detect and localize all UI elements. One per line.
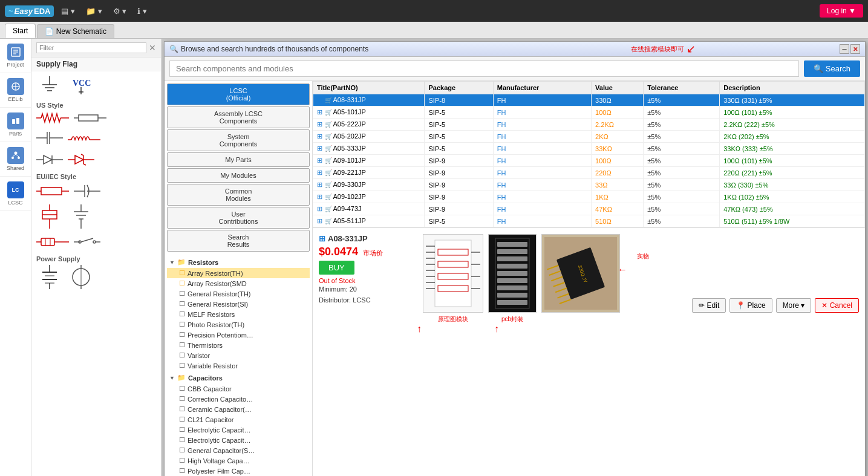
cat-group-capacitors-header[interactable]: ▼ 📁 Capacitors: [167, 372, 310, 383]
cart-icon[interactable]: 🛒: [325, 121, 332, 128]
table-row[interactable]: ⊞🛒A05-222JP SIP-5 FH 2.2KΩ ±5% 2.2KΩ (22…: [313, 119, 865, 131]
resistor-eu-symbol[interactable]: [36, 184, 69, 198]
battery-symbol[interactable]: [36, 265, 63, 289]
cat-item-general-resistor-th[interactable]: ☐ General Resistor(TH): [167, 289, 310, 299]
power-source-symbol[interactable]: [68, 265, 94, 289]
cart-icon[interactable]: 🛒: [325, 194, 332, 200]
pcb-preview[interactable]: [488, 234, 537, 313]
table-header: Title(PartNO) Package Manufacturer Value…: [313, 82, 865, 94]
table-row[interactable]: ⊞🛒A05-202JP SIP-5 FH 2KΩ ±5% 2KΩ (202) ±…: [313, 131, 865, 143]
app-logo[interactable]: ~EasyEDA: [5, 5, 54, 17]
table-row[interactable]: ⊞🛒A05-511JP SIP-5 FH 510Ω ±5% 510Ω (511)…: [313, 215, 865, 227]
diode-us-symbol[interactable]: [36, 151, 63, 168]
table-row[interactable]: ⊞🛒A09-473J SIP-9 FH 47KΩ ±5% 47KΩ (473) …: [313, 203, 865, 215]
cart-icon[interactable]: 🛒: [325, 157, 332, 164]
cart-icon[interactable]: 🛒: [325, 218, 332, 224]
cat-item-cbb[interactable]: ☐ CBB Capacitor: [167, 383, 310, 394]
filter-clear-icon[interactable]: ✕: [149, 43, 156, 53]
table-row[interactable]: ⊞🛒A09-330JP SIP-9 FH 33Ω ±5% 33Ω (330) ±…: [313, 179, 865, 191]
cancel-button[interactable]: ✕ Cancel: [815, 298, 859, 313]
cat-btn-system[interactable]: SystemComponents: [167, 129, 310, 151]
buy-button[interactable]: BUY: [319, 261, 354, 275]
capacitor-us-symbol[interactable]: [36, 129, 63, 146]
cat-btn-my-parts[interactable]: My Parts: [167, 152, 310, 167]
folder-menu-btn[interactable]: 📁 ▾: [82, 5, 106, 17]
part-icon: ⊞: [317, 96, 322, 103]
table-row[interactable]: ⊞🛒A05-101JP SIP-5 FH 100Ω ±5% 100Ω (101)…: [313, 106, 865, 119]
schematic-preview[interactable]: [423, 234, 483, 313]
table-row[interactable]: ⊞🛒A09-221JP SIP-9 FH 220Ω ±5% 220Ω (221)…: [313, 167, 865, 179]
cat-item-photo-resistor[interactable]: ☐ Photo Resistor(TH): [167, 319, 310, 330]
photo-preview[interactable]: 330Ω JΥ: [541, 234, 620, 313]
eu-component-2[interactable]: [68, 204, 94, 229]
cart-icon[interactable]: 🛒: [325, 206, 332, 212]
search-button[interactable]: 🔍 Search: [804, 60, 860, 77]
cat-item-cl21[interactable]: ☐ CL21 Capacitor: [167, 414, 310, 425]
cart-icon[interactable]: 🛒: [325, 181, 332, 188]
gnd-symbol[interactable]: [36, 75, 63, 97]
cat-btn-search-results[interactable]: SearchResults: [167, 230, 310, 252]
cat-item-electrolytic-1[interactable]: ☐ Electrolytic Capacit…: [167, 425, 310, 435]
capacitor-eu-symbol[interactable]: [74, 183, 100, 200]
cat-item-precision-pot[interactable]: ☐ Precision Potentiom…: [167, 330, 310, 340]
cat-item-general-cap[interactable]: ☐ General Capacitor(S…: [167, 445, 310, 455]
nav-project[interactable]: Project: [0, 39, 31, 73]
info-menu-btn[interactable]: ℹ ▾: [134, 5, 151, 17]
dialog-close-btn[interactable]: ✕: [850, 44, 860, 54]
table-row[interactable]: ⊞🛒A08-331JP SIP-8 FH 330Ω ±5% 330Ω (331)…: [313, 94, 865, 106]
cat-item-correction-cap[interactable]: ☐ Correction Capacito…: [167, 394, 310, 404]
cat-item-array-resistor-th[interactable]: ☐ Array Resistor(TH): [167, 268, 310, 278]
edit-button[interactable]: ✏ Edit: [692, 298, 726, 313]
login-button[interactable]: Log in ▼: [820, 4, 863, 18]
resistor-us-symbol[interactable]: [36, 111, 69, 125]
cat-btn-assembly[interactable]: Assembly LCSCComponents: [167, 106, 310, 128]
file-menu-btn[interactable]: ▤ ▾: [57, 5, 79, 17]
cart-icon[interactable]: 🛒: [325, 97, 332, 103]
settings-menu-btn[interactable]: ⚙ ▾: [109, 5, 131, 17]
cat-item-electrolytic-2[interactable]: ☐ Electrolytic Capacit…: [167, 435, 310, 445]
cart-icon[interactable]: 🛒: [325, 145, 332, 152]
cart-icon[interactable]: 🛒: [325, 109, 332, 116]
cat-item-polyester[interactable]: ☐ Polyester Film Cap…: [167, 466, 310, 476]
nav-eelib[interactable]: EELib: [0, 73, 31, 108]
search-input[interactable]: [169, 60, 799, 77]
table-body: ⊞🛒A08-331JP SIP-8 FH 330Ω ±5% 330Ω (331)…: [313, 94, 865, 227]
svg-rect-8: [16, 118, 19, 124]
svg-rect-7: [12, 119, 15, 124]
cat-item-high-voltage-cap[interactable]: ☐ High Voltage Capa…: [167, 455, 310, 466]
cat-group-resistors-header[interactable]: ▼ 📁 Resistors: [167, 256, 310, 268]
eu-switch-symbol[interactable]: [74, 233, 100, 250]
table-row[interactable]: ⊞🛒A09-102JP SIP-9 FH 1KΩ ±5% 1KΩ (102) ±…: [313, 191, 865, 203]
filter-input[interactable]: [36, 42, 146, 53]
vcc-symbol[interactable]: VCC: [68, 75, 94, 97]
tab-start[interactable]: Start: [5, 24, 36, 38]
cat-item-variable-resistor[interactable]: ☐ Variable Resistor: [167, 360, 310, 371]
eu-fuse-symbol[interactable]: [36, 235, 69, 249]
dialog-minimize-btn[interactable]: ─: [840, 44, 849, 54]
nav-lcsc[interactable]: LC LCSC: [0, 177, 31, 211]
cart-icon[interactable]: 🛒: [325, 133, 332, 140]
cat-btn-my-modules[interactable]: My Modules: [167, 168, 310, 183]
cart-icon[interactable]: 🛒: [325, 169, 332, 176]
cat-btn-lcsc-official[interactable]: LCSC(Official): [167, 83, 310, 105]
eu-component-1[interactable]: [36, 204, 63, 229]
tree-arrow-resistors: ▼: [169, 259, 175, 266]
nav-shared[interactable]: Shared: [0, 142, 31, 177]
nav-parts[interactable]: Parts: [0, 108, 31, 142]
cat-item-ceramic-cap[interactable]: ☐ Ceramic Capacitor(…: [167, 404, 310, 414]
resistor-us-2-symbol[interactable]: [74, 111, 106, 125]
cat-item-varistor[interactable]: ☐ Varistor: [167, 350, 310, 360]
tab-new-schematic[interactable]: 📄 New Schematic: [37, 24, 114, 38]
cat-item-general-resistor-si[interactable]: ☐ General Resistor(SI): [167, 299, 310, 309]
inductor-us-symbol[interactable]: [68, 131, 100, 145]
table-row[interactable]: ⊞🛒A05-333JP SIP-5 FH 33KΩ ±5% 33KΩ (333)…: [313, 143, 865, 155]
more-button[interactable]: More ▾: [776, 298, 812, 313]
cat-item-array-resistor-smd[interactable]: ☐ Array Resistor(SMD: [167, 278, 310, 289]
zener-us-symbol[interactable]: [68, 151, 94, 168]
cat-item-melf[interactable]: ☐ MELF Resistors: [167, 309, 310, 319]
cat-btn-common-modules[interactable]: CommonModules: [167, 184, 310, 206]
cat-btn-user-contributions[interactable]: UserContributions: [167, 207, 310, 229]
table-row[interactable]: ⊞🛒A09-101JP SIP-9 FH 100Ω ±5% 100Ω (101)…: [313, 155, 865, 167]
cat-item-thermistors[interactable]: ☐ Thermistors: [167, 340, 310, 350]
place-button[interactable]: 📍 Place: [729, 298, 772, 313]
